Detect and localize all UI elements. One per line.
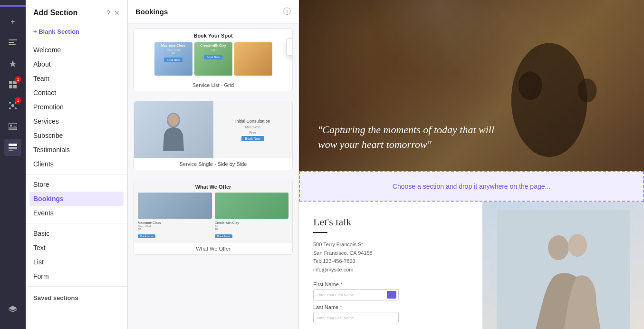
nav-item-subscribe[interactable]: Subscribe <box>26 128 127 143</box>
saved-sections-label: Saved sections <box>26 290 127 306</box>
svg-point-10 <box>9 107 11 109</box>
last-name-input[interactable]: Enter Your Last Name <box>313 312 399 323</box>
nav-item-bookings[interactable]: Bookings <box>29 192 124 206</box>
svg-point-24 <box>568 234 587 257</box>
design-icon-wrap <box>4 55 21 72</box>
contact-section: Let's talk 500 Terry Francois St.San Fra… <box>299 202 644 329</box>
panel-header-icons: ? ✕ <box>106 9 120 17</box>
nav-item-store[interactable]: Store <box>26 177 127 192</box>
contact-info: Let's talk 500 Terry Francois St.San Fra… <box>299 202 482 329</box>
panel-header: Add Section ? ✕ <box>26 0 127 22</box>
drop-zone-text: Choose a section and drop it anywhere on… <box>393 183 550 190</box>
contact-address: 500 Terry Francois St.San Francisco, CA … <box>313 241 468 274</box>
bookings-panel-header: Bookings ⓘ <box>128 0 298 24</box>
media-icon-wrap <box>4 118 21 135</box>
nav-item-clients[interactable]: Clients <box>26 157 127 171</box>
pages-icon[interactable] <box>4 34 21 51</box>
main-canvas: "Capturing the moments of today that wil… <box>299 0 644 329</box>
what-we-offer-card[interactable]: What We Offer Macrame Class Mon, Wed $0 … <box>134 180 293 255</box>
layers-icon[interactable] <box>4 300 21 318</box>
hero-section: "Capturing the moments of today that wil… <box>299 0 644 171</box>
pages-icon-wrap <box>4 34 21 51</box>
app-badge: 1 <box>15 76 21 83</box>
svg-rect-5 <box>9 85 12 88</box>
media-icon[interactable] <box>4 118 21 135</box>
man-book-btn[interactable]: Book Now <box>241 136 264 141</box>
icon-sidebar: + 1 1 <box>0 0 26 329</box>
widgets-icon-wrap: 1 <box>4 97 21 114</box>
nav-item-text[interactable]: Text <box>26 241 127 255</box>
svg-rect-15 <box>9 147 17 149</box>
contact-photo <box>482 202 644 329</box>
service-list-grid-card[interactable]: Book Your Spot Macrame Class Mon, Wed $0… <box>134 29 293 91</box>
contact-divider <box>313 232 327 233</box>
nav-item-form[interactable]: Form <box>26 269 127 283</box>
svg-rect-14 <box>9 144 17 146</box>
nav-item-testimonials[interactable]: Testimonials <box>26 143 127 157</box>
first-name-input[interactable]: Enter Your First Name <box>313 289 399 300</box>
nav-item-promotion[interactable]: Promotion <box>26 100 127 114</box>
nav-item-basic[interactable]: Basic <box>26 226 127 241</box>
man-info: Initial Consultation Mon, Wed Free Book … <box>213 101 293 158</box>
nav-divider <box>26 174 127 174</box>
blank-section-button[interactable]: + Blank Section <box>33 28 120 35</box>
add-section-icon[interactable]: + <box>4 13 21 30</box>
bookings-content-panel: Bookings ⓘ Book Your Spot Macrame Class … <box>128 0 299 329</box>
nav-item-about[interactable]: About <box>26 57 127 71</box>
svg-point-20 <box>518 71 542 100</box>
nav-list: Welcome About Team Contact Promotion Ser… <box>26 41 127 329</box>
service-single-card[interactable]: Initial Consultation Mon, Wed Free Book … <box>134 101 293 170</box>
drag-drop-tooltip: To add, just drag and drop. <box>286 39 293 56</box>
add-icon-wrap: + <box>4 13 21 30</box>
hero-quote: "Capturing the moments of today that wil… <box>318 123 499 152</box>
svg-rect-6 <box>13 85 17 88</box>
svg-point-23 <box>548 235 569 260</box>
nav-item-events[interactable]: Events <box>26 206 127 220</box>
sections-icon-wrap <box>4 139 21 156</box>
layers-icon-wrap <box>4 300 21 318</box>
nav-item-welcome[interactable]: Welcome <box>26 43 127 57</box>
nav-divider-2 <box>26 223 127 223</box>
widgets-badge: 1 <box>15 97 21 104</box>
panel-title: Add Section <box>33 9 77 17</box>
drop-zone[interactable]: Choose a section and drop it anywhere on… <box>299 171 644 202</box>
sections-icon[interactable] <box>4 139 21 156</box>
svg-rect-0 <box>9 39 17 40</box>
svg-rect-2 <box>9 44 16 45</box>
svg-point-19 <box>511 43 587 157</box>
nav-item-services[interactable]: Services <box>26 114 127 128</box>
card3-label: What We Offer <box>134 243 292 254</box>
man-image <box>134 101 213 158</box>
svg-point-8 <box>9 102 11 104</box>
nav-item-contact[interactable]: Contact <box>26 86 127 100</box>
svg-rect-16 <box>9 150 13 151</box>
nav-item-list[interactable]: List <box>26 255 127 269</box>
contact-title: Let's talk <box>313 216 468 228</box>
svg-point-21 <box>577 78 596 102</box>
add-section-panel: Add Section ? ✕ + Blank Section Welcome … <box>26 0 128 329</box>
help-icon[interactable]: ? <box>106 9 110 17</box>
card3-title: What We Offer <box>138 184 288 190</box>
last-name-label: Last Name * <box>313 304 468 310</box>
card1-title: Book Your Spot <box>138 33 288 39</box>
top-bar <box>0 5 26 7</box>
svg-point-11 <box>15 107 17 109</box>
card2-label: Service Single - Side by Side <box>134 158 292 170</box>
nav-item-team[interactable]: Team <box>26 71 127 86</box>
nav-divider-3 <box>26 286 127 287</box>
card1-label: Service List - Grid <box>134 79 292 91</box>
app-icon-wrap: 1 <box>4 76 21 93</box>
design-icon[interactable] <box>4 55 21 72</box>
close-icon[interactable]: ✕ <box>114 9 120 17</box>
input-fill-indicator <box>387 291 396 299</box>
bookings-info-icon[interactable]: ⓘ <box>283 7 291 17</box>
svg-point-18 <box>168 114 179 126</box>
svg-rect-3 <box>9 81 12 84</box>
svg-point-7 <box>11 104 14 107</box>
svg-rect-1 <box>9 42 14 43</box>
first-name-label: First Name * <box>313 281 468 287</box>
bookings-title: Bookings <box>135 8 168 16</box>
